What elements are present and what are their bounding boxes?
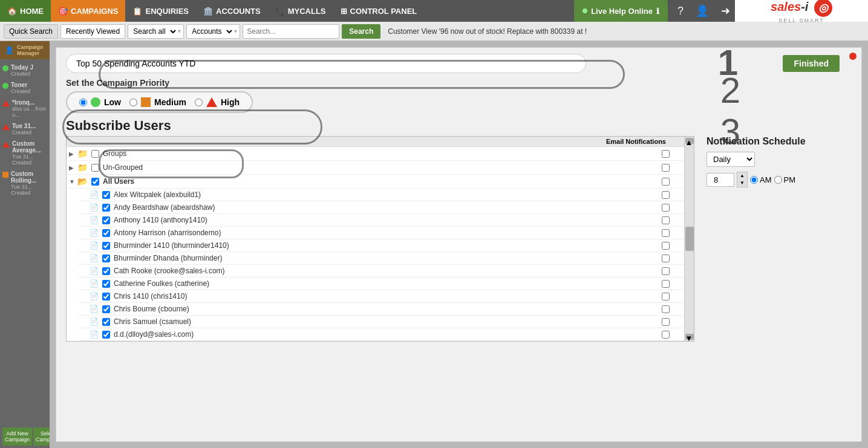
sidebar-item-tue1[interactable]: Tue 31... Created	[0, 120, 50, 138]
mycalls-icon: 📞	[275, 7, 285, 16]
manager-icon: 👤	[5, 46, 14, 54]
list-item[interactable]: 📄 Bhurminder Dhanda (bhurminder)	[79, 252, 684, 265]
priority-high-option[interactable]: High	[195, 97, 240, 107]
sidebar-item-label: Today J	[11, 64, 33, 71]
green-indicator-2	[2, 83, 8, 89]
time-down-button[interactable]: ▼	[737, 180, 747, 187]
list-item[interactable]: 📄 Catherine Foulkes (catherine)	[79, 278, 684, 290]
tree-row-groups[interactable]: ▶ 📁 Groups	[67, 147, 684, 161]
search-category-select[interactable]: Accounts	[187, 25, 234, 38]
add-campaign-button[interactable]: Add New Campaign	[2, 427, 32, 446]
sidebar-item-today[interactable]: Today J Created	[0, 62, 50, 79]
list-item[interactable]: 📄 Alex Witcpalek (alexbuild1)	[79, 189, 684, 201]
nav-accounts[interactable]: 🏛️ ACCOUNTS	[196, 0, 268, 22]
step2-number: 2	[720, 70, 740, 111]
list-item[interactable]: 📄 Chris 1410 (chris1410)	[79, 290, 684, 303]
list-item[interactable]: 📄 Andy Beardshaw (abeardshaw)	[79, 201, 684, 214]
info-icon: ℹ	[656, 7, 659, 16]
triangle-indicator-2	[2, 124, 10, 130]
search-go-button[interactable]: Search	[342, 24, 380, 39]
quick-search-button[interactable]: Quick Search	[4, 24, 58, 39]
triangle-indicator-3	[2, 141, 10, 148]
nav-enquiries[interactable]: 📋 ENQUIRIES	[125, 0, 196, 22]
nav-mycalls[interactable]: 📞 MYCALLS	[268, 0, 333, 22]
sidebar-item-sub: Created	[11, 71, 33, 77]
sidebar-item-avg[interactable]: Custom Average... Tue 31... Created	[0, 138, 50, 168]
control-panel-icon: ⊞	[341, 7, 347, 16]
sidebar-item-ironq[interactable]: *Ironq... also us... from u...	[0, 97, 50, 120]
users-list: Email Notifications ▶ 📁 Groups	[67, 137, 684, 341]
customer-view-text: Customer View '96 now out of stock! Repl…	[388, 27, 587, 36]
list-item[interactable]: 📄 Cath Rooke (crooke@sales-i.com)	[79, 265, 684, 278]
campaign-manager-bar: 👤 Campaign Manager	[0, 41, 50, 59]
home-icon: 🏠	[7, 7, 17, 16]
time-input[interactable]	[706, 173, 734, 187]
recently-viewed-button[interactable]: Recently Viewed	[60, 24, 125, 39]
list-item[interactable]: 📄 Anthony 1410 (anthony1410)	[79, 214, 684, 227]
logout-button[interactable]: ➜	[716, 0, 735, 22]
help-button[interactable]: ?	[673, 0, 688, 22]
search-input[interactable]	[243, 24, 339, 39]
logo: sales-i ◎ SELL SMART	[735, 0, 868, 22]
tree-row-ungrouped[interactable]: ▶ 📁 Un-Grouped	[67, 161, 684, 175]
search-type-select[interactable]: Search all	[128, 25, 178, 38]
list-item[interactable]: 📄 Chris Bourne (cbourne)	[79, 303, 684, 316]
live-dot-icon	[582, 8, 587, 13]
triangle-indicator	[2, 100, 10, 106]
enquiries-icon: 📋	[132, 7, 142, 16]
list-item[interactable]: 📄 Bhurminder 1410 (bhurminder1410)	[79, 239, 684, 252]
campaign-name-input[interactable]	[66, 54, 586, 73]
priority-medium-option[interactable]: Medium	[129, 97, 186, 107]
am-option[interactable]: AM	[750, 175, 772, 184]
list-item[interactable]: 📄 Antony Harrison (aharrisondemo)	[79, 227, 684, 239]
frequency-select[interactable]: Daily Weekly Monthly	[706, 152, 755, 167]
priority-low-option[interactable]: Low	[79, 97, 121, 107]
campaigns-icon: 🎯	[58, 7, 68, 16]
green-indicator	[2, 65, 8, 71]
pm-option[interactable]: PM	[774, 175, 796, 184]
nav-control-panel[interactable]: ⊞ CONTROL PANEL	[333, 0, 425, 22]
nav-campaigns[interactable]: 🎯 CAMPAIGNS	[51, 0, 125, 22]
select-campaign-button[interactable]: Select Campaign	[33, 427, 50, 446]
nav-home[interactable]: 🏠 HOME	[0, 0, 51, 22]
list-item[interactable]: 📄 d.d.(dlloyd@sales-i.com)	[79, 328, 684, 341]
time-up-button[interactable]: ▲	[737, 172, 747, 180]
step3-number: 3	[720, 117, 740, 152]
tree-row-allusers[interactable]: ▼ 📂 All Users	[67, 175, 684, 189]
campaign-modal: 1 Finished Set the Campaign Priority 2 L…	[56, 47, 862, 442]
sidebar-item-rolling[interactable]: Custom Rolling... Tue 31... Created	[0, 168, 50, 198]
user-button[interactable]: 👤	[691, 0, 714, 22]
subscribe-title: Subscribe Users	[66, 118, 694, 134]
orange-indicator	[2, 172, 8, 178]
finished-button[interactable]: Finished	[783, 55, 840, 72]
sidebar-item-toner[interactable]: Toner Created	[0, 79, 50, 97]
email-notifications-header: Email Notifications	[606, 138, 666, 145]
live-help-button[interactable]: Live Help Online ℹ	[574, 0, 668, 22]
accounts-icon: 🏛️	[203, 7, 213, 16]
list-item[interactable]: 📄 Chris Samuel (csamuel)	[79, 316, 684, 328]
